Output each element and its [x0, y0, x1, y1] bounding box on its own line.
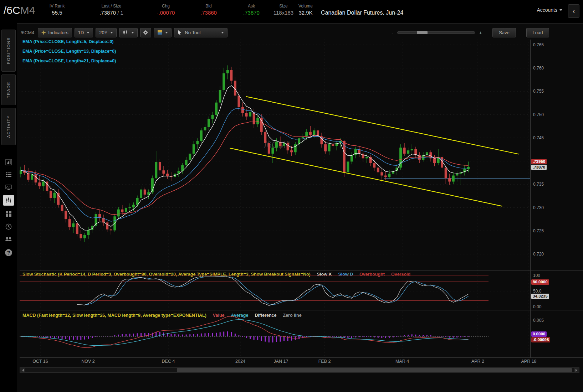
- grid-icon[interactable]: [3, 208, 14, 219]
- scroll-right-button[interactable]: [574, 368, 579, 372]
- left-sidebar: POSITIONS TRADE ACTIVITY ?: [0, 23, 17, 392]
- indicators-button[interactable]: Indicators: [38, 28, 72, 37]
- stochastic-panel-canvas[interactable]: [20, 270, 530, 310]
- price-axis-label: 0.765: [533, 42, 544, 48]
- chart-type-select[interactable]: [119, 28, 138, 37]
- symbol-suffix: M4: [20, 4, 35, 16]
- date-label: 2024: [230, 359, 250, 364]
- macd-axis-label: 0.005: [533, 318, 544, 323]
- chg-label: Chg: [144, 3, 187, 9]
- candlestick-icon: [123, 30, 128, 35]
- price-axis-label: 0.725: [533, 228, 544, 234]
- collapse-panel-button[interactable]: ‹: [568, 4, 579, 18]
- date-label: APR 2: [468, 359, 488, 364]
- last-size-label: Last / Size: [84, 3, 139, 9]
- ask-label: Ask: [230, 3, 273, 9]
- macd-panel-canvas[interactable]: [20, 311, 530, 357]
- triangle-left-icon: [22, 369, 24, 372]
- chart-panel: /6CM4 Indicators 1D 20Y: [17, 23, 583, 392]
- triangle-right-icon: [576, 369, 577, 372]
- drawing-set-icon: [157, 30, 162, 35]
- monitor-icon[interactable]: [3, 182, 14, 193]
- chevron-down-icon: [110, 32, 113, 33]
- chevron-left-icon: ‹: [573, 7, 575, 15]
- symbol-root: /6C: [4, 4, 20, 16]
- date-label: JAN 17: [271, 359, 291, 364]
- cursor-icon: [178, 30, 182, 35]
- stoch-axis-label: 50.0: [533, 288, 541, 294]
- iv-rank-value: 55.5: [43, 9, 71, 17]
- zoom-slider[interactable]: [397, 31, 475, 34]
- sidebar-tab-activity[interactable]: ACTIVITY: [1, 108, 16, 145]
- stoch-badge: 34.3235: [531, 294, 549, 299]
- chevron-down-icon: [165, 32, 168, 33]
- symbol-title: /6CM4: [4, 4, 35, 16]
- settings-gear-button[interactable]: [140, 28, 151, 37]
- accounts-dropdown[interactable]: Accounts: [537, 7, 562, 13]
- panel-separator: [20, 357, 583, 358]
- price-axis-label: 0.750: [533, 112, 544, 118]
- date-label: OCT 16: [30, 359, 50, 364]
- date-label: FEB 2: [314, 359, 334, 364]
- volume-label: Volume: [293, 3, 318, 9]
- stoch-badge: 80.0000: [531, 279, 549, 285]
- ask-field: Ask .73870: [230, 3, 273, 17]
- bar-chart-icon[interactable]: [3, 157, 14, 167]
- timeframe-select[interactable]: 1D: [75, 28, 93, 37]
- volume-field: Volume 32.9K: [293, 3, 318, 17]
- watchlist-icon[interactable]: [3, 169, 14, 180]
- last-size-value: .73870 / 1: [84, 9, 139, 17]
- price-axis-label: 0.760: [533, 65, 544, 71]
- save-button[interactable]: Save: [492, 28, 516, 37]
- chevron-down-icon: [559, 9, 562, 11]
- sidebar-tab-trade[interactable]: TRADE: [1, 74, 16, 105]
- scroll-left-button[interactable]: [20, 368, 25, 372]
- price-badge: .73870: [531, 165, 547, 170]
- sidebar-tab-positions[interactable]: POSITIONS: [1, 30, 16, 72]
- chart-active-icon[interactable]: [3, 195, 14, 206]
- history-clock-icon[interactable]: [3, 221, 14, 232]
- indicators-star-icon: [41, 30, 46, 35]
- range-select[interactable]: 20Y: [96, 28, 117, 37]
- help-icon[interactable]: ?: [3, 247, 14, 258]
- price-axis-label: 0.735: [533, 181, 544, 187]
- active-tool-select[interactable]: No Tool: [174, 28, 227, 37]
- community-icon[interactable]: [3, 234, 14, 244]
- macd-badge: -0.00098: [531, 337, 550, 342]
- zoom-slider-handle[interactable]: [417, 31, 428, 34]
- macd-badge: 0.0000: [531, 331, 547, 337]
- date-label: MAR 4: [392, 359, 412, 364]
- chg-value: -.00070: [144, 9, 187, 17]
- iv-rank-field: IV Rank 55.5: [43, 3, 71, 17]
- main-chart-canvas[interactable]: /6CM4: [20, 40, 530, 270]
- chevron-down-icon: [87, 32, 90, 33]
- date-label: APR 18: [519, 359, 539, 364]
- last-size-field: Last / Size .73870 / 1: [84, 3, 139, 17]
- time-axis[interactable]: OCT 16NOV 2DEC 42024JAN 17FEB 2MAR 4APR …: [17, 359, 534, 366]
- bid-label: Bid: [187, 3, 230, 9]
- zoom-in-button[interactable]: +: [477, 30, 484, 36]
- gear-icon: [143, 30, 148, 35]
- panel-separator[interactable]: [20, 310, 583, 310]
- toolbar-symbol-label: /6CM4: [21, 30, 34, 35]
- price-axis-label: 0.720: [533, 251, 544, 257]
- ask-value: .73870: [230, 9, 273, 17]
- stoch-axis-label: 100: [533, 273, 540, 278]
- instrument-title: Canadian Dollar Futures, Jun-24: [321, 10, 403, 16]
- price-axis[interactable]: 0.7650.7600.7550.7500.7450.7400.7350.730…: [531, 24, 583, 392]
- date-label: NOV 2: [78, 359, 98, 364]
- app-window: /6CM4 IV Rank 55.5 Last / Size .73870 / …: [0, 0, 583, 392]
- iv-rank-label: IV Rank: [43, 3, 71, 9]
- chart-scrollbar[interactable]: [20, 367, 579, 373]
- zoom-out-button[interactable]: -: [390, 30, 395, 36]
- accounts-label: Accounts: [537, 7, 557, 13]
- price-badge: .73950: [531, 159, 547, 164]
- price-axis-label: 0.755: [533, 88, 544, 94]
- chevron-down-icon: [131, 32, 134, 33]
- chart-toolbar: /6CM4 Indicators 1D 20Y: [21, 27, 549, 38]
- date-label: DEC 4: [158, 359, 178, 364]
- drawing-set-select[interactable]: [154, 28, 172, 37]
- scrollbar-handle[interactable]: [177, 368, 572, 372]
- quote-header: /6CM4 IV Rank 55.5 Last / Size .73870 / …: [0, 0, 583, 23]
- bid-value: .73860: [187, 9, 230, 17]
